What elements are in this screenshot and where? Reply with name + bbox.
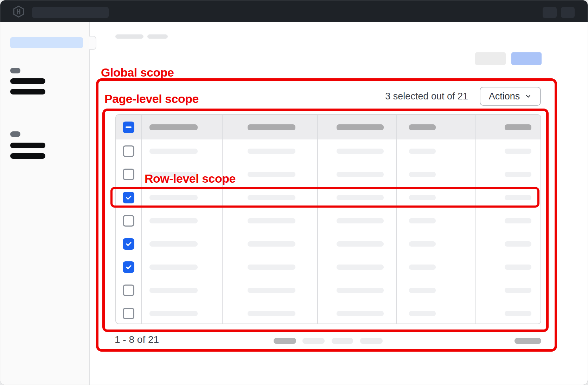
sidebar-item[interactable] [10, 78, 45, 84]
pagination-next-placeholder[interactable] [514, 338, 541, 344]
cell-text-placeholder [149, 265, 198, 270]
data-table [115, 114, 541, 324]
cell-text-placeholder [337, 311, 384, 316]
cell-text-placeholder [409, 149, 436, 154]
cell-text-placeholder [505, 195, 531, 200]
cell-text-placeholder [505, 288, 531, 293]
topbar [0, 0, 588, 22]
sidebar-collapse-handle[interactable] [89, 36, 96, 50]
row-checkbox[interactable] [123, 215, 134, 227]
cell-text-placeholder [337, 241, 384, 247]
cell-text-placeholder [337, 265, 384, 270]
topbar-action-placeholder-2[interactable] [561, 7, 575, 18]
sidebar-item[interactable] [10, 153, 45, 159]
breadcrumb-item[interactable] [115, 34, 143, 39]
sidebar-active-item[interactable] [10, 37, 83, 48]
pagination-range-label: 1 - 8 of 21 [115, 334, 159, 345]
table-row [116, 255, 541, 279]
pagination-page-placeholder[interactable] [332, 338, 353, 344]
cell-text-placeholder [248, 241, 295, 247]
cell-text-placeholder [149, 288, 198, 293]
search-input[interactable] [32, 7, 109, 18]
cell-text-placeholder [409, 265, 436, 270]
table-row [116, 279, 541, 302]
app-window: 3 selected out of 21 Actions [0, 0, 588, 385]
page-level-scope-label: Page-level scope [104, 92, 199, 106]
actions-dropdown-button[interactable]: Actions [480, 87, 541, 106]
pagination-prev-placeholder[interactable] [274, 338, 296, 344]
hashicorp-logo [13, 6, 24, 18]
row-checkbox[interactable] [123, 192, 134, 203]
table-row [116, 209, 541, 232]
column-header-placeholder[interactable] [505, 124, 531, 130]
column-header-placeholder[interactable] [337, 124, 384, 130]
pagination-page-placeholder[interactable] [360, 338, 383, 344]
table-body [116, 139, 541, 324]
sidebar-section-label [10, 68, 20, 73]
table-row [116, 139, 541, 163]
topbar-action-placeholder-1[interactable] [543, 7, 557, 18]
cell-text-placeholder [409, 288, 436, 293]
cell-text-placeholder [149, 311, 198, 316]
cell-text-placeholder [409, 172, 436, 177]
row-checkbox[interactable] [123, 145, 134, 157]
column-header-placeholder[interactable] [149, 124, 198, 130]
cell-text-placeholder [505, 311, 531, 316]
table-header-row [116, 115, 541, 139]
row-checkbox[interactable] [123, 308, 134, 319]
cell-text-placeholder [505, 265, 531, 270]
cell-text-placeholder [409, 241, 436, 247]
cell-text-placeholder [248, 311, 295, 316]
cell-text-placeholder [149, 149, 198, 154]
global-scope-label: Global scope [101, 66, 174, 79]
selection-summary: 3 selected out of 21 [376, 91, 468, 102]
row-checkbox[interactable] [123, 285, 134, 296]
cell-text-placeholder [337, 195, 384, 200]
table-row [116, 186, 541, 209]
cell-text-placeholder [337, 218, 384, 223]
sidebar-item[interactable] [10, 89, 45, 94]
check-icon [125, 240, 133, 248]
cell-text-placeholder [248, 218, 295, 223]
cell-text-placeholder [505, 241, 531, 247]
cell-text-placeholder [409, 311, 436, 316]
cell-text-placeholder [505, 218, 531, 223]
cell-text-placeholder [505, 149, 531, 154]
sidebar-item[interactable] [10, 143, 45, 148]
minus-icon [126, 126, 132, 128]
cell-text-placeholder [248, 288, 295, 293]
actions-button-label: Actions [489, 91, 520, 102]
cell-text-placeholder [149, 218, 198, 223]
sidebar-section-label [10, 131, 20, 137]
cell-text-placeholder [248, 265, 295, 270]
row-checkbox[interactable] [123, 169, 134, 180]
column-header-placeholder[interactable] [409, 124, 436, 130]
table-row [116, 232, 541, 255]
cell-text-placeholder [409, 218, 436, 223]
breadcrumb-item[interactable] [147, 34, 168, 39]
row-checkbox[interactable] [123, 238, 134, 250]
pagination-page-placeholder[interactable] [302, 338, 325, 344]
row-checkbox[interactable] [123, 261, 134, 273]
primary-button[interactable] [511, 52, 542, 65]
cell-text-placeholder [149, 172, 198, 177]
secondary-button[interactable] [475, 52, 506, 65]
cell-text-placeholder [149, 195, 198, 200]
check-icon [125, 263, 133, 271]
cell-text-placeholder [248, 195, 295, 200]
cell-text-placeholder [337, 149, 384, 154]
select-all-checkbox[interactable] [123, 122, 134, 133]
cell-text-placeholder [337, 288, 384, 293]
cell-text-placeholder [248, 172, 295, 177]
table-row [116, 302, 541, 324]
table-row [116, 163, 541, 186]
sidebar [0, 22, 90, 385]
cell-text-placeholder [505, 172, 531, 177]
cell-text-placeholder [248, 149, 295, 154]
cell-text-placeholder [149, 241, 198, 247]
cell-text-placeholder [337, 172, 384, 177]
check-icon [125, 194, 133, 201]
column-header-placeholder[interactable] [248, 124, 295, 130]
cell-text-placeholder [409, 195, 436, 200]
chevron-down-icon [525, 93, 532, 100]
